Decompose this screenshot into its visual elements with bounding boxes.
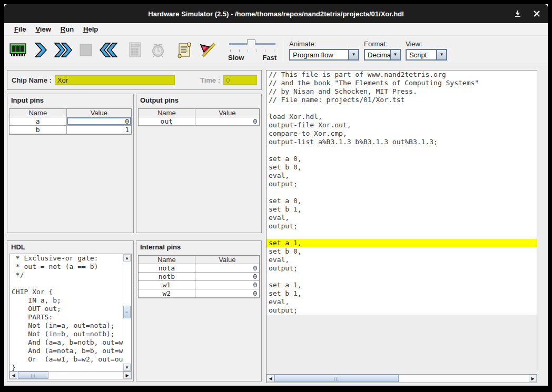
script-line[interactable]: set b 1, [267,205,537,214]
script-line[interactable]: output; [267,264,537,273]
scrollbar-thumb[interactable]: ||| [274,375,399,382]
script-line[interactable]: // by Nisan and Schocken, MIT Press. [267,87,537,96]
script-line[interactable]: output-file Xor.out, [267,121,537,129]
minimize-icon [514,10,521,17]
script-line[interactable]: eval, [267,298,537,306]
close-button[interactable] [531,8,543,19]
script-line[interactable]: eval, [267,214,537,222]
script-line[interactable]: set a 1, [267,239,537,247]
script-line[interactable]: output; [267,180,537,188]
hdl-line: * Exclusive-or gate: [9,254,123,263]
script-line[interactable]: // This file is part of www.nand2tetris.… [267,71,537,79]
script-line[interactable]: set b 0, [267,163,537,172]
column-header-value: Value [67,109,131,117]
hdl-line: CHIP Xor { [9,288,123,296]
animate-select[interactable]: Program flow ▼ [289,49,359,61]
menu-item[interactable]: Run [56,24,78,35]
chevron-down-icon[interactable]: ▼ [390,50,400,59]
script-line[interactable]: // and the book "The Elements of Computi… [267,79,537,87]
stop-button [75,39,96,61]
script-line[interactable] [267,188,537,197]
pin-value-cell[interactable]: 1 [67,126,131,134]
speed-slider[interactable]: Slow Fast [228,39,277,62]
scroll-up-icon[interactable]: ▲ [123,254,131,262]
script-line[interactable]: compare-to Xor.cmp, [267,129,537,138]
pin-value-cell[interactable]: 0 [195,117,259,125]
script-line[interactable]: output-list a%B3.1.3 b%B3.1.3 out%B3.1.3… [267,138,537,146]
script-horizontal-scrollbar[interactable]: ◀ ||| ▶ [267,374,537,383]
script-line[interactable]: set b 0, [267,247,537,256]
pin-value-cell[interactable]: 0 [195,281,259,289]
view-options-button[interactable] [197,39,218,61]
scrollbar-thumb[interactable]: ≡ [123,306,131,318]
load-chip-button[interactable] [7,39,28,61]
scrollbar-thumb[interactable]: ||| [18,371,48,379]
menu-item[interactable]: Help [78,24,103,35]
script-line[interactable]: eval, [267,172,537,180]
scroll-left-icon[interactable]: ◀ [9,371,17,379]
output-pins-table: Name Value out 0 [138,108,260,126]
hdl-line: And (a=a, b=notb, out=w1); [9,338,123,347]
view-select[interactable]: Script ▼ [406,49,447,61]
hdl-vertical-scrollbar[interactable]: ▲ ≡ ▼ [123,254,131,371]
menu-item[interactable]: View [31,24,55,35]
reset-button[interactable] [98,39,119,61]
script-line[interactable] [267,273,537,281]
hdl-line [9,279,123,288]
hdl-code-view[interactable]: * Exclusive-or gate: * out = not (a == b… [9,254,132,371]
pin-name: w2 [139,289,195,297]
script-line[interactable]: set a 0, [267,197,537,205]
hdl-line: Or (a=w1, b=w2, out=out); [9,355,123,364]
hdl-line: Not (in=a, out=nota); [9,321,123,330]
chevron-down-icon[interactable]: ▼ [436,50,446,59]
script-line[interactable] [267,230,537,239]
animate-value: Program flow [290,50,348,59]
run-button[interactable] [53,39,74,61]
chevron-down-icon[interactable]: ▼ [348,50,358,59]
pin-value-cell[interactable]: 0 [195,273,259,280]
hdl-horizontal-scrollbar[interactable]: ◀ ||| ▶ [9,371,132,379]
slider-fast-label: Fast [262,54,277,62]
hdl-line: And (a=nota, b=b, out=w2); [9,347,123,355]
toolbar-separator [283,38,284,62]
script-line[interactable]: set a 1, [267,281,537,289]
scroll-down-icon[interactable]: ▼ [123,364,131,371]
scroll-left-icon[interactable]: ◀ [267,375,274,382]
pin-value-cell[interactable]: 0 [195,264,259,272]
slider-ticks [228,49,277,53]
script-line[interactable] [267,104,537,113]
chip-name-input[interactable] [55,75,175,85]
script-line[interactable]: output; [267,222,537,230]
minimize-button[interactable] [512,8,524,19]
load-script-button[interactable] [174,39,195,61]
table-row: out 0 [139,117,259,126]
script-line[interactable]: load Xor.hdl, [267,113,537,121]
menu-item[interactable]: File [9,24,31,35]
column-header-name: Name [139,256,195,264]
script-line[interactable]: output; [267,306,537,315]
pin-name: b [9,126,67,134]
pin-value-cell[interactable]: 0 [67,117,131,125]
reset-icon [99,42,118,58]
format-select[interactable]: Decimal ▼ [364,49,401,61]
scroll-right-icon[interactable]: ▶ [529,375,537,382]
script-line[interactable] [267,146,537,155]
script-line[interactable]: // File name: projects/01/Xor.tst [267,96,537,104]
hdl-panel: HDL * Exclusive-or gate: * out = not (a … [7,240,134,381]
single-step-button[interactable] [30,39,51,61]
script-line[interactable]: set a 0, [267,155,537,163]
pin-name: nota [139,264,195,272]
script-line[interactable]: eval, [267,256,537,264]
main-content: Chip Name : Time : Input pins Name Value… [4,64,548,385]
app-window: Hardware Simulator (2.5) - /home/thomas/… [4,4,548,386]
title-bar[interactable]: Hardware Simulator (2.5) - /home/thomas/… [4,4,548,23]
hdl-line: IN a, b; [9,296,123,305]
scroll-right-icon[interactable]: ▶ [123,371,131,379]
clock-button [147,39,169,61]
script-line[interactable]: set b 1, [267,289,537,298]
table-header-row: Name Value [139,256,259,264]
slider-thumb[interactable] [247,39,255,48]
pin-value-cell[interactable]: 0 [195,289,259,297]
time-label: Time : [200,76,220,84]
stop-icon [79,43,93,57]
